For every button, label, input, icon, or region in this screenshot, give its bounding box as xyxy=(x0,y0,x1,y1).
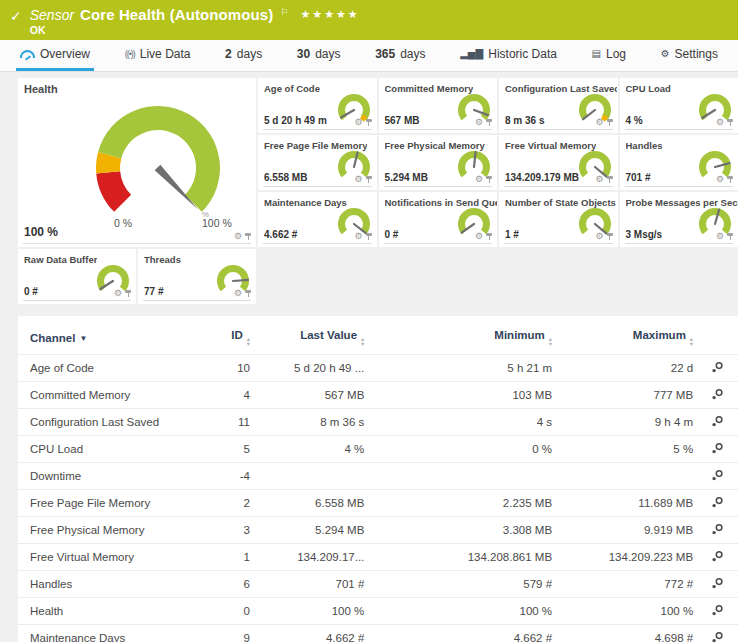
column-header-maximum[interactable]: Maximum▴▾ xyxy=(556,320,697,355)
gauge-panel-threads[interactable]: Threads 77 # ⚙ xyxy=(138,249,256,304)
gauge-panel-handles[interactable]: Handles 701 # ⚙ xyxy=(620,135,738,190)
cell-settings[interactable] xyxy=(697,517,738,544)
gear-icon[interactable]: ⚙ xyxy=(716,175,724,184)
gear-icon[interactable]: ⚙ xyxy=(234,232,242,241)
channel-settings-icon[interactable] xyxy=(711,469,724,482)
column-header-channel[interactable]: Channel▼ xyxy=(18,320,207,355)
channel-settings-icon[interactable] xyxy=(711,523,724,536)
cell-channel[interactable]: Free Physical Memory xyxy=(18,517,207,544)
tab-overview[interactable]: Overview xyxy=(16,40,94,71)
cell-channel[interactable]: Maintenance Days xyxy=(18,625,207,642)
table-row-downtime[interactable]: Downtime -4 xyxy=(18,463,738,490)
cell-settings[interactable] xyxy=(697,355,738,382)
channel-settings-icon[interactable] xyxy=(711,604,724,617)
cell-settings[interactable] xyxy=(697,598,738,625)
cell-channel[interactable]: Free Virtual Memory xyxy=(18,544,207,571)
pin-icon[interactable] xyxy=(366,176,372,184)
cell-settings[interactable] xyxy=(697,463,738,490)
gauge-panel-maintenance-days[interactable]: Maintenance Days 4.662 # ⚙ xyxy=(258,192,377,247)
pin-icon[interactable] xyxy=(486,176,492,184)
table-row-free-physical-memory[interactable]: Free Physical Memory 3 5.294 MB 3.308 MB… xyxy=(18,517,738,544)
pin-icon[interactable] xyxy=(245,233,251,241)
channel-settings-icon[interactable] xyxy=(711,388,724,401)
gauge-panel-configuration-last-saved[interactable]: Configuration Last Saved 8 m 36 s ⚙ xyxy=(499,78,618,133)
pin-icon[interactable] xyxy=(607,233,613,241)
gauge-panel-free-page-file-memory[interactable]: Free Page File Memory 6.558 MB ⚙ xyxy=(258,135,377,190)
pin-icon[interactable] xyxy=(727,176,733,184)
cell-settings[interactable] xyxy=(697,490,738,517)
cell-settings[interactable] xyxy=(697,571,738,598)
table-row-handles[interactable]: Handles 6 701 # 579 # 772 # xyxy=(18,571,738,598)
cell-settings[interactable] xyxy=(697,625,738,642)
tab-log[interactable]: ▤Log xyxy=(588,40,630,71)
cell-channel[interactable]: Downtime xyxy=(18,463,207,490)
table-row-free-virtual-memory[interactable]: Free Virtual Memory 1 134.209.17... 134.… xyxy=(18,544,738,571)
pin-icon[interactable] xyxy=(125,290,131,298)
channel-settings-icon[interactable] xyxy=(711,631,724,642)
table-row-cpu-load[interactable]: CPU Load 5 4 % 0 % 5 % xyxy=(18,436,738,463)
cell-channel[interactable]: CPU Load xyxy=(18,436,207,463)
gear-icon[interactable]: ⚙ xyxy=(595,118,603,127)
gauge-panel-notifications-in-send-queue[interactable]: Notifications in Send Queue 0 # ⚙ xyxy=(379,192,498,247)
gauge-panel-probe-messages-per-second[interactable]: Probe Messages per Second 3 Msg/s ⚙ xyxy=(620,192,738,247)
gear-icon[interactable]: ⚙ xyxy=(716,232,724,241)
pin-icon[interactable] xyxy=(486,233,492,241)
pin-icon[interactable] xyxy=(486,119,492,127)
gear-icon[interactable]: ⚙ xyxy=(475,118,483,127)
gauge-panel-cpu-load[interactable]: CPU Load 4 % ⚙ xyxy=(620,78,738,133)
cell-settings[interactable] xyxy=(697,436,738,463)
gauge-panel-age-of-code[interactable]: Age of Code 5 d 20 h 49 m ⚙ xyxy=(258,78,377,133)
gear-icon[interactable]: ⚙ xyxy=(354,232,362,241)
gear-icon[interactable]: ⚙ xyxy=(234,289,242,298)
cell-settings[interactable] xyxy=(697,544,738,571)
gauge-panel-free-virtual-memory[interactable]: Free Virtual Memory 134.209.179 MB ⚙ xyxy=(499,135,618,190)
priority-stars[interactable]: ★★★★★ xyxy=(300,8,359,21)
table-row-health[interactable]: Health 0 100 % 100 % 100 % xyxy=(18,598,738,625)
health-gauge-panel[interactable]: Health % 0 % 100 % 100 % ⚙ xyxy=(18,78,256,247)
table-row-committed-memory[interactable]: Committed Memory 4 567 MB 103 MB 777 MB xyxy=(18,382,738,409)
gear-icon[interactable]: ⚙ xyxy=(354,175,362,184)
tab-365-days[interactable]: 365days xyxy=(371,40,429,71)
cell-channel[interactable]: Age of Code xyxy=(18,355,207,382)
gear-icon[interactable]: ⚙ xyxy=(595,175,603,184)
cell-channel[interactable]: Free Page File Memory xyxy=(18,490,207,517)
channel-settings-icon[interactable] xyxy=(711,361,724,374)
gauge-panel-committed-memory[interactable]: Committed Memory 567 MB ⚙ xyxy=(379,78,498,133)
tab-live-data[interactable]: ((•))Live Data xyxy=(121,40,195,71)
column-header-minimum[interactable]: Minimum▴▾ xyxy=(368,320,556,355)
flag-icon[interactable]: ⚐ xyxy=(280,7,288,17)
gauge-panel-number-of-state-objects[interactable]: Number of State Objects 1 # ⚙ xyxy=(499,192,618,247)
gear-icon[interactable]: ⚙ xyxy=(114,289,122,298)
gauge-panel-raw-data-buffer[interactable]: Raw Data Buffer 0 # ⚙ xyxy=(18,249,136,304)
column-header-last-value[interactable]: Last Value▴▾ xyxy=(254,320,368,355)
tab-30-days[interactable]: 30days xyxy=(293,40,345,71)
table-row-age-of-code[interactable]: Age of Code 10 5 d 20 h 49 ... 5 h 21 m … xyxy=(18,355,738,382)
cell-channel[interactable]: Health xyxy=(18,598,207,625)
cell-channel[interactable]: Handles xyxy=(18,571,207,598)
pin-icon[interactable] xyxy=(366,233,372,241)
gear-icon[interactable]: ⚙ xyxy=(475,232,483,241)
gear-icon[interactable]: ⚙ xyxy=(354,118,362,127)
channel-settings-icon[interactable] xyxy=(711,577,724,590)
cell-channel[interactable]: Committed Memory xyxy=(18,382,207,409)
column-header-id[interactable]: ID▴▾ xyxy=(207,320,254,355)
channel-settings-icon[interactable] xyxy=(711,415,724,428)
gear-icon[interactable]: ⚙ xyxy=(595,232,603,241)
channel-settings-icon[interactable] xyxy=(711,496,724,509)
pin-icon[interactable] xyxy=(245,290,251,298)
tab-historic-data[interactable]: ▂▅▇Historic Data xyxy=(456,40,561,71)
gear-icon[interactable]: ⚙ xyxy=(475,175,483,184)
tab-2-days[interactable]: 2days xyxy=(221,40,266,71)
table-row-maintenance-days[interactable]: Maintenance Days 9 4.662 # 4.662 # 4.698… xyxy=(18,625,738,642)
channel-settings-icon[interactable] xyxy=(711,550,724,563)
tab-settings[interactable]: ⚙Settings xyxy=(657,40,722,71)
gauge-panel-free-physical-memory[interactable]: Free Physical Memory 5.294 MB ⚙ xyxy=(379,135,498,190)
channel-settings-icon[interactable] xyxy=(711,442,724,455)
cell-channel[interactable]: Configuration Last Saved xyxy=(18,409,207,436)
table-row-free-page-file-memory[interactable]: Free Page File Memory 2 6.558 MB 2.235 M… xyxy=(18,490,738,517)
table-row-configuration-last-saved[interactable]: Configuration Last Saved 11 8 m 36 s 4 s… xyxy=(18,409,738,436)
pin-icon[interactable] xyxy=(607,119,613,127)
pin-icon[interactable] xyxy=(366,119,372,127)
pin-icon[interactable] xyxy=(727,233,733,241)
pin-icon[interactable] xyxy=(727,119,733,127)
